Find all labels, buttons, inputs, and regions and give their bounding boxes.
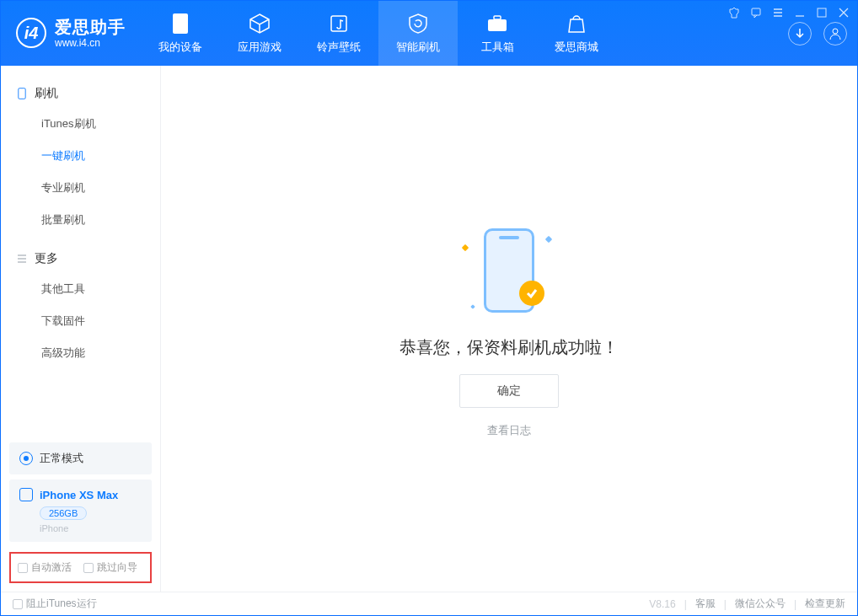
device-storage: 256GB <box>40 506 87 520</box>
app-header: i4 爱思助手 www.i4.cn 我的设备 应用游戏 铃声壁纸 智能刷机 工具… <box>1 1 857 66</box>
device-name: iPhone XS Max <box>40 489 118 501</box>
app-url: www.i4.cn <box>55 37 126 49</box>
app-logo: i4 爱思助手 www.i4.cn <box>1 17 141 49</box>
sidebar: 刷机 iTunes刷机 一键刷机 专业刷机 批量刷机 更多 其他工具 下载固件 … <box>1 66 161 592</box>
svg-rect-4 <box>752 8 760 15</box>
checkbox-auto-activate[interactable]: 自动激活 <box>18 560 72 575</box>
toolbox-icon <box>486 13 508 35</box>
sidebar-group-flash: 刷机 <box>1 79 160 108</box>
sidebar-item-oneclick-flash[interactable]: 一键刷机 <box>1 140 160 172</box>
svg-point-6 <box>833 29 838 34</box>
confirm-button[interactable]: 确定 <box>459 374 559 408</box>
app-name: 爱思助手 <box>55 17 126 37</box>
checkbox-icon <box>18 563 28 573</box>
svg-rect-5 <box>818 8 826 17</box>
device-panel[interactable]: iPhone XS Max 256GB iPhone <box>9 479 152 542</box>
version-label: V8.16 <box>649 598 675 610</box>
cube-icon <box>249 13 271 35</box>
svg-rect-2 <box>488 19 507 31</box>
sidebar-item-other-tools[interactable]: 其他工具 <box>1 273 160 305</box>
nav-smart-flash[interactable]: 智能刷机 <box>378 1 458 66</box>
nav-ringtones[interactable]: 铃声壁纸 <box>299 1 378 66</box>
checkbox-icon <box>13 599 23 609</box>
svg-rect-3 <box>494 16 501 19</box>
wechat-link[interactable]: 微信公众号 <box>735 597 786 611</box>
checkbox-block-itunes[interactable]: 阻止iTunes运行 <box>13 597 97 611</box>
device-mode-status[interactable]: 正常模式 <box>9 442 152 474</box>
flash-options-highlighted: 自动激活 跳过向导 <box>9 552 152 583</box>
sidebar-item-advanced[interactable]: 高级功能 <box>1 337 160 369</box>
sidebar-item-pro-flash[interactable]: 专业刷机 <box>1 172 160 204</box>
theme-icon[interactable] <box>727 6 741 19</box>
header-right <box>788 22 847 46</box>
success-illustration <box>458 220 560 321</box>
svg-rect-7 <box>19 88 25 99</box>
svg-rect-0 <box>173 13 188 34</box>
nav-toolbox[interactable]: 工具箱 <box>458 1 537 66</box>
user-icon[interactable] <box>823 22 847 46</box>
check-update-link[interactable]: 检查更新 <box>805 597 845 611</box>
status-bar: 阻止iTunes运行 V8.16 | 客服 | 微信公众号 | 检查更新 <box>1 592 857 615</box>
minimize-icon[interactable] <box>793 6 807 19</box>
music-icon <box>328 13 350 35</box>
sidebar-group-more: 更多 <box>1 244 160 273</box>
maximize-icon[interactable] <box>815 6 829 19</box>
nav-store[interactable]: 爱思商城 <box>537 1 616 66</box>
phone-outline-icon <box>16 88 28 99</box>
phone-icon <box>19 488 33 501</box>
shield-refresh-icon <box>407 13 429 35</box>
top-nav: 我的设备 应用游戏 铃声壁纸 智能刷机 工具箱 爱思商城 <box>141 1 616 66</box>
sidebar-item-batch-flash[interactable]: 批量刷机 <box>1 204 160 236</box>
menu-icon[interactable] <box>771 6 785 19</box>
device-type: iPhone <box>40 523 142 533</box>
bag-icon <box>566 13 587 35</box>
nav-apps-games[interactable]: 应用游戏 <box>220 1 299 66</box>
list-icon <box>16 253 28 265</box>
success-message: 恭喜您，保资料刷机成功啦！ <box>400 336 619 359</box>
check-badge-icon <box>519 281 544 306</box>
checkbox-icon <box>83 563 94 573</box>
view-log-link[interactable]: 查看日志 <box>487 423 531 438</box>
download-icon[interactable] <box>788 22 812 46</box>
feedback-icon[interactable] <box>749 6 763 19</box>
device-icon <box>169 13 191 35</box>
logo-icon: i4 <box>16 18 46 48</box>
checkbox-skip-guide[interactable]: 跳过向导 <box>83 560 137 575</box>
close-icon[interactable] <box>837 6 850 19</box>
sidebar-item-download-firmware[interactable]: 下载固件 <box>1 305 160 337</box>
main-content: 恭喜您，保资料刷机成功啦！ 确定 查看日志 <box>161 66 857 592</box>
sidebar-item-itunes-flash[interactable]: iTunes刷机 <box>1 108 160 140</box>
support-link[interactable]: 客服 <box>695 597 716 611</box>
status-dot-icon <box>19 452 33 465</box>
nav-my-device[interactable]: 我的设备 <box>141 1 220 66</box>
window-controls <box>727 6 850 19</box>
